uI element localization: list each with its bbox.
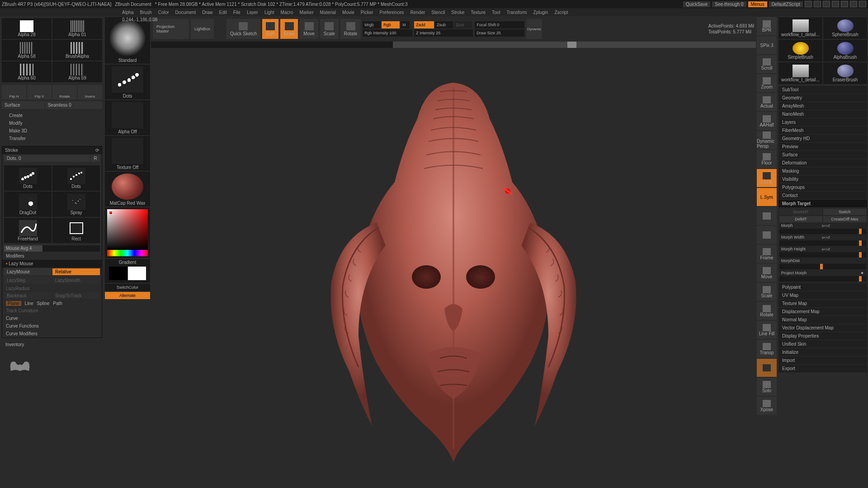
local-button[interactable]: Local <box>757 169 777 187</box>
aahalf-button[interactable]: AAHalf <box>757 112 777 130</box>
texturemap-menu[interactable]: Texture Map <box>778 300 867 307</box>
floor-button[interactable]: Floor <box>757 150 777 168</box>
maximize-icon[interactable] <box>850 1 857 7</box>
tool-eraser[interactable]: EraserBrush <box>823 62 867 84</box>
geometry-menu[interactable]: Geometry <box>778 94 867 102</box>
draw-size-slider[interactable]: Draw Size 25 <box>475 29 524 37</box>
relative-button[interactable]: Relative <box>52 268 100 275</box>
xpose-button[interactable]: Xpose <box>757 397 777 415</box>
menu-macro[interactable]: Macro <box>281 10 293 15</box>
alpha-thumb[interactable]: BrushAlpha <box>52 40 102 61</box>
polygroups-menu[interactable]: Polygroups <box>778 183 867 191</box>
window-icon[interactable] <box>805 1 812 7</box>
transp-button[interactable]: Transp <box>757 340 777 358</box>
frame-button[interactable]: Frame <box>757 245 777 263</box>
displayprops-menu[interactable]: Display Properties <box>778 332 867 340</box>
menu-alpha[interactable]: Alpha <box>122 10 134 15</box>
zadd-button[interactable]: Zadd <box>414 21 434 28</box>
geometryhd-menu[interactable]: Geometry HD <box>778 135 867 142</box>
polypaint-menu[interactable]: Polypaint <box>778 283 867 291</box>
tool-thumb-current[interactable]: workflow_t_detail... <box>778 17 822 39</box>
viewport[interactable] <box>151 48 756 488</box>
make3d-button[interactable]: Make 3D <box>5 127 99 135</box>
unifiedskin-menu[interactable]: Unified Skin <box>778 340 867 348</box>
alpha-thumb[interactable]: Alpha 60 <box>2 61 52 82</box>
morph-slider[interactable] <box>779 229 866 234</box>
switch-button[interactable]: Switch <box>823 209 866 215</box>
stroke-dragdot[interactable]: DragDot <box>4 192 52 217</box>
alpha-thumb[interactable]: Alpha 58 <box>2 40 52 61</box>
stroke-dots[interactable]: Dots <box>4 165 52 191</box>
visibility-menu[interactable]: Visibility <box>778 175 867 183</box>
menu-draw[interactable]: Draw <box>202 10 212 15</box>
persp-button[interactable]: Dynamic Persp <box>757 131 777 149</box>
alpha-thumb[interactable]: Alpha 01 <box>52 18 102 39</box>
seethrough-slider[interactable]: See-through 0 <box>712 1 746 7</box>
edit-button[interactable]: Edit <box>262 19 278 39</box>
move-nav-button[interactable]: Move <box>757 264 777 282</box>
flip-h-button[interactable]: Flip H <box>2 85 26 99</box>
lightbox-button[interactable]: LightBox <box>191 19 214 39</box>
menu-layer[interactable]: Layer <box>247 10 258 15</box>
move-button[interactable]: Move <box>300 19 318 39</box>
fibermesh-menu[interactable]: FiberMesh <box>778 127 867 134</box>
bpr-button[interactable]: BPR <box>757 17 777 35</box>
switchcolor-button[interactable]: SwitchColor <box>105 284 150 291</box>
texture-thumbnail[interactable]: Texture Off <box>105 136 150 171</box>
linefill-button[interactable]: Line Fill <box>757 321 777 339</box>
menu-light[interactable]: Light <box>264 10 274 15</box>
menu-render[interactable]: Render <box>410 10 425 15</box>
window-icon[interactable] <box>814 1 821 7</box>
dynamic-button[interactable]: Dynamic <box>526 19 542 39</box>
stroke-thumbnail[interactable]: Dots <box>105 65 150 99</box>
tool-alpha[interactable]: AlphaBrush <box>823 40 867 61</box>
stroke-rect[interactable]: Rect <box>52 218 100 243</box>
stroke-dots2[interactable]: Dots <box>52 165 100 191</box>
nanomesh-menu[interactable]: NanoMesh <box>778 110 867 118</box>
layers-menu[interactable]: Layers <box>778 118 867 126</box>
timeline-strip[interactable] <box>151 42 756 48</box>
lazymouse-button[interactable]: LazyMouse <box>4 268 52 275</box>
nav-icon[interactable] <box>757 207 777 225</box>
morphdist-slider[interactable] <box>779 264 866 269</box>
curvefn-section[interactable]: Curve Functions <box>2 322 102 330</box>
menu-picker[interactable]: Picker <box>361 10 373 15</box>
menu-document[interactable]: Document <box>175 10 196 15</box>
close-icon[interactable] <box>859 1 866 7</box>
menu-texture[interactable]: Texture <box>471 10 486 15</box>
material-thumbnail[interactable]: MatCap Red Wax <box>105 172 150 206</box>
contact-menu[interactable]: Contact <box>778 192 867 199</box>
color-picker[interactable] <box>105 207 150 258</box>
quicksave-button[interactable]: QuickSave <box>683 1 710 7</box>
morphheight-slider[interactable] <box>779 252 866 258</box>
invert-button[interactable]: Invers <box>78 85 102 99</box>
zsub-button[interactable]: Zsub <box>435 21 453 28</box>
mrgb-button[interactable]: Mrgb <box>363 21 381 28</box>
stroke-panel-title[interactable]: Stroke <box>5 148 18 153</box>
scale-nav-button[interactable]: Scale <box>757 283 777 301</box>
menus-toggle[interactable]: Menus <box>748 1 767 7</box>
menu-brush[interactable]: Brush <box>140 10 152 15</box>
draw-button[interactable]: Draw <box>280 19 298 39</box>
flip-v-button[interactable]: Flip V <box>27 85 52 99</box>
morphwidth-slider[interactable] <box>779 240 866 246</box>
menu-file[interactable]: File <box>233 10 241 15</box>
defaultzscript-button[interactable]: DefaultZScript <box>769 1 803 7</box>
deformation-menu[interactable]: Deformation <box>778 159 867 167</box>
subtool-menu[interactable]: SubTool <box>778 86 867 94</box>
stroke-freehand[interactable]: FreeHand <box>4 218 52 243</box>
creatediff-button[interactable]: CreateDiff Mes <box>823 216 866 222</box>
scale-button[interactable]: Scale <box>320 19 339 39</box>
surface-menu[interactable]: Surface <box>778 151 867 159</box>
alpha-thumbnail[interactable]: Alpha Off <box>105 100 150 135</box>
menu-edit[interactable]: Edit <box>219 10 227 15</box>
tool-simple[interactable]: SimpleBrush <box>778 40 822 61</box>
scroll-button[interactable]: Scroll <box>757 55 777 73</box>
transfer-button[interactable]: Transfer <box>5 135 99 142</box>
menu-zscript[interactable]: Zscript <box>554 10 568 15</box>
projectmorph-slider[interactable] <box>779 276 866 282</box>
menu-movie[interactable]: Movie <box>342 10 354 15</box>
nav-icon[interactable] <box>757 226 777 244</box>
r-button[interactable]: R <box>91 155 100 162</box>
normalmap-menu[interactable]: Normal Map <box>778 316 867 324</box>
